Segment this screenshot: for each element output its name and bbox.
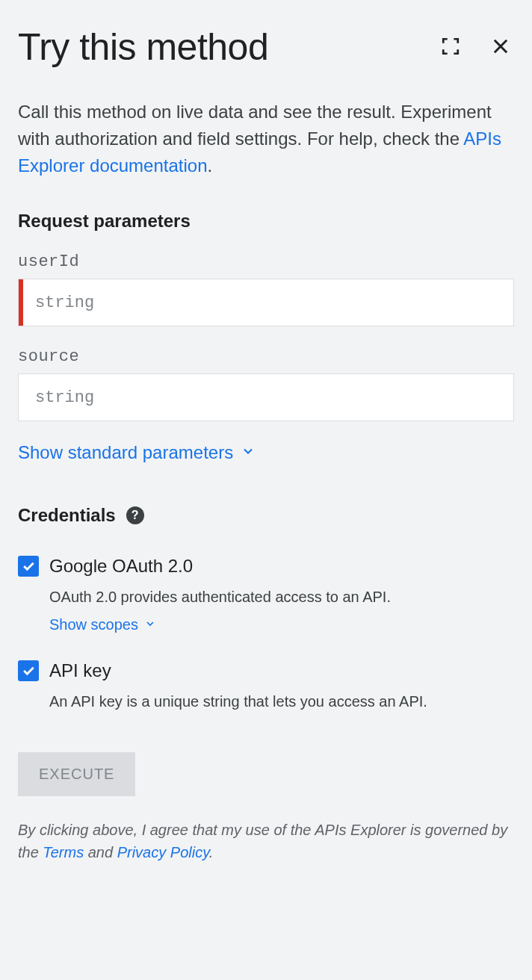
description-text: Call this method on live data and see th… — [18, 99, 514, 179]
oauth-checkbox[interactable] — [18, 556, 39, 577]
userid-label: userId — [18, 252, 514, 271]
show-standard-parameters-toggle[interactable]: Show standard parameters — [18, 442, 256, 463]
apikey-label: API key — [49, 660, 111, 681]
apikey-description: An API key is a unique string that lets … — [49, 693, 514, 710]
description-prefix: Call this method on live data and see th… — [18, 102, 492, 149]
source-input[interactable] — [19, 374, 513, 421]
chevron-down-icon — [144, 616, 156, 633]
footer-disclaimer: By clicking above, I agree that my use o… — [18, 819, 514, 863]
close-icon — [490, 36, 511, 59]
apikey-checkbox[interactable] — [18, 660, 39, 681]
description-suffix: . — [207, 155, 212, 176]
privacy-link[interactable]: Privacy Policy — [117, 844, 209, 860]
footer-and: and — [84, 844, 117, 860]
chevron-down-icon — [241, 442, 256, 463]
terms-link[interactable]: Terms — [43, 844, 84, 860]
credentials-heading: Credentials — [18, 505, 116, 526]
request-parameters-heading: Request parameters — [18, 211, 514, 232]
show-scopes-toggle[interactable]: Show scopes — [49, 616, 156, 633]
oauth-description: OAuth 2.0 provides authenticated access … — [49, 589, 514, 606]
help-icon[interactable]: ? — [126, 506, 144, 524]
footer-period: . — [209, 844, 214, 860]
page-title: Try this method — [18, 25, 268, 69]
execute-button[interactable]: EXECUTE — [18, 752, 135, 796]
fullscreen-button[interactable] — [438, 34, 463, 61]
standard-params-label: Show standard parameters — [18, 442, 233, 463]
show-scopes-label: Show scopes — [49, 616, 138, 633]
close-button[interactable] — [487, 33, 514, 62]
source-label: source — [18, 347, 514, 366]
fullscreen-icon — [441, 37, 460, 58]
oauth-label: Google OAuth 2.0 — [49, 556, 193, 577]
userid-input[interactable] — [19, 279, 513, 326]
